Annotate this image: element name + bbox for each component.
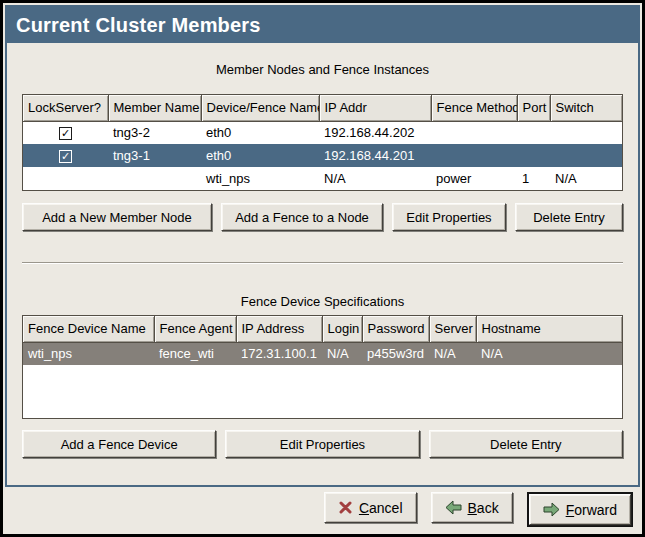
fence-button-row: Add a Fence Device Edit Properties Delet… (22, 430, 623, 458)
col-hostname[interactable]: Hostname (476, 316, 622, 342)
title-bar: Current Cluster Members (7, 7, 638, 43)
col-member-name[interactable]: Member Name (108, 95, 201, 121)
table-row[interactable]: wti_nps N/A power 1 N/A (23, 167, 622, 190)
forward-label: Forward (566, 502, 617, 518)
page-content: Member Nodes and Fence Instances LockSer… (7, 43, 638, 485)
col-lockserver[interactable]: LockServer? (23, 95, 108, 121)
col-switch[interactable]: Switch (550, 95, 622, 121)
table-row-selected[interactable]: wti_nps fence_wti 172.31.100.1 N/A p455w… (23, 342, 622, 365)
cell-device-fence-name: wti_nps (201, 167, 319, 190)
page-title: Current Cluster Members (16, 14, 261, 37)
fence-edit-properties-button[interactable]: Edit Properties (225, 430, 419, 458)
cell-port: 1 (517, 167, 550, 190)
cell-member-name: tng3-1 (108, 144, 201, 167)
member-table-caption: Member Nodes and Fence Instances (7, 62, 638, 77)
cell-server: N/A (429, 342, 476, 365)
cell-fence-device-name: wti_nps (23, 342, 154, 365)
cell-login: N/A (322, 342, 362, 365)
cancel-x-icon (338, 500, 353, 515)
fence-device-table: Fence Device Name Fence Agent IP Address… (22, 315, 623, 419)
col-fence-method[interactable]: Fence Method (431, 95, 517, 121)
member-delete-entry-button[interactable]: Delete Entry (515, 203, 623, 231)
cell-hostname: N/A (476, 342, 622, 365)
col-ip-addr[interactable]: IP Addr (319, 95, 431, 121)
col-fence-agent[interactable]: Fence Agent (154, 316, 236, 342)
add-fence-device-button[interactable]: Add a Fence Device (22, 430, 216, 458)
cell-ip-addr: 192.168.44.201 (319, 144, 431, 167)
cell-ip-addr: 192.168.44.202 (319, 121, 431, 144)
col-password[interactable]: Password (362, 316, 429, 342)
col-port[interactable]: Port (517, 95, 550, 121)
cell-member-name: tng3-2 (108, 121, 201, 144)
default-button-ring: Forward (527, 492, 633, 527)
member-table: LockServer? Member Name Device/Fence Nam… (22, 94, 623, 191)
col-ip-address[interactable]: IP Address (236, 316, 322, 342)
cell-device-fence-name: eth0 (201, 121, 319, 144)
back-button[interactable]: Back (431, 492, 513, 523)
member-button-row: Add a New Member Node Add a Fence to a N… (22, 203, 623, 231)
arrow-left-icon (445, 500, 462, 515)
druid-frame: Current Cluster Members Member Nodes and… (5, 5, 640, 487)
fence-table-header-row: Fence Device Name Fence Agent IP Address… (23, 316, 622, 342)
cell-fence-method (431, 121, 517, 144)
cancel-label: Cancel (359, 500, 403, 516)
cell-ip-address: 172.31.100.1 (236, 342, 322, 365)
col-login[interactable]: Login (322, 316, 362, 342)
add-fence-to-node-button[interactable]: Add a Fence to a Node (221, 203, 383, 231)
cell-device-fence-name: eth0 (201, 144, 319, 167)
cell-switch: N/A (550, 167, 622, 190)
navigation-bar: Cancel Back Forward (8, 492, 637, 528)
dialog: Current Cluster Members Member Nodes and… (3, 3, 642, 534)
col-server[interactable]: Server (429, 316, 476, 342)
col-fence-device-name[interactable]: Fence Device Name (23, 316, 154, 342)
cancel-button[interactable]: Cancel (324, 492, 417, 523)
horizontal-separator (22, 262, 623, 264)
table-row-selected[interactable]: ✓ tng3-1 eth0 192.168.44.201 (23, 144, 622, 167)
window-border: Current Cluster Members Member Nodes and… (0, 0, 645, 537)
add-member-node-button[interactable]: Add a New Member Node (22, 203, 212, 231)
cell-fence-method: power (431, 167, 517, 190)
cell-port (517, 144, 550, 167)
cell-switch (550, 121, 622, 144)
member-table-header-row: LockServer? Member Name Device/Fence Nam… (23, 95, 622, 121)
checkbox-checked-icon[interactable]: ✓ (59, 150, 72, 163)
cell-password: p455w3rd (362, 342, 429, 365)
cell-member-name (108, 167, 201, 190)
fence-table-caption: Fence Device Specifications (7, 294, 638, 309)
table-row[interactable]: ✓ tng3-2 eth0 192.168.44.202 (23, 121, 622, 144)
checkbox-checked-icon[interactable]: ✓ (59, 127, 72, 140)
cell-port (517, 121, 550, 144)
cell-switch (550, 144, 622, 167)
col-device-fence-name[interactable]: Device/Fence Name (201, 95, 319, 121)
forward-button[interactable]: Forward (529, 494, 631, 525)
cell-ip-addr: N/A (319, 167, 431, 190)
cell-fence-agent: fence_wti (154, 342, 236, 365)
back-label: Back (468, 500, 499, 516)
cell-fence-method (431, 144, 517, 167)
member-edit-properties-button[interactable]: Edit Properties (392, 203, 506, 231)
fence-delete-entry-button[interactable]: Delete Entry (429, 430, 623, 458)
arrow-right-icon (543, 502, 560, 517)
